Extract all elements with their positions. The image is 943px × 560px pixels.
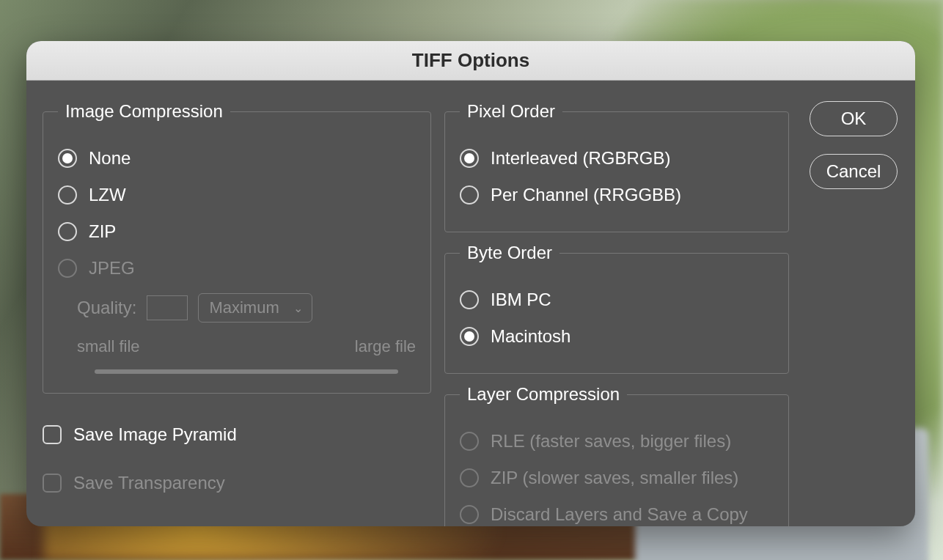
- quality-label: Quality:: [77, 298, 136, 318]
- byte-order-ibm-option[interactable]: IBM PC: [460, 284, 774, 316]
- layer-compression-zip-option: ZIP (slower saves, smaller files): [460, 462, 774, 494]
- radio-icon: [58, 222, 77, 241]
- radio-icon: [58, 185, 77, 205]
- radio-icon: [460, 185, 479, 205]
- cancel-button[interactable]: Cancel: [810, 154, 898, 189]
- jpeg-quality-group: Quality: Maximum ⌄ small file large file: [77, 293, 416, 374]
- byte-order-mac-option[interactable]: Macintosh: [460, 320, 774, 353]
- label: Save Transparency: [73, 473, 225, 493]
- radio-icon: [460, 149, 479, 168]
- radio-icon: [460, 432, 479, 451]
- radio-icon: [460, 468, 479, 487]
- radio-icon: [58, 149, 77, 168]
- compression-zip-option[interactable]: ZIP: [58, 215, 416, 248]
- label: RLE (faster saves, bigger files): [491, 431, 731, 452]
- save-transparency-checkbox: Save Transparency: [43, 467, 431, 499]
- ok-button[interactable]: OK: [810, 101, 898, 136]
- quality-input: [147, 295, 188, 320]
- layer-compression-legend: Layer Compression: [460, 384, 627, 405]
- checkbox-icon: [43, 474, 62, 493]
- pixel-order-interleaved-option[interactable]: Interleaved (RGBRGB): [460, 142, 774, 174]
- quality-preset-select: Maximum ⌄: [198, 293, 312, 323]
- layer-compression-rle-option: RLE (faster saves, bigger files): [460, 425, 774, 457]
- label: IBM PC: [491, 290, 551, 310]
- pixel-order-legend: Pixel Order: [460, 101, 562, 122]
- chevron-down-icon: ⌄: [293, 301, 303, 315]
- quality-slider: [95, 369, 398, 374]
- layer-compression-discard-option: Discard Layers and Save a Copy: [460, 498, 774, 526]
- large-file-label: large file: [355, 337, 416, 356]
- checkbox-icon: [43, 425, 62, 444]
- label: Discard Layers and Save a Copy: [491, 504, 748, 525]
- save-image-pyramid-checkbox[interactable]: Save Image Pyramid: [43, 419, 431, 451]
- label: ZIP: [89, 221, 116, 242]
- compression-none-option[interactable]: None: [58, 142, 416, 174]
- radio-icon: [460, 290, 479, 309]
- radio-icon: [58, 259, 77, 278]
- pixel-order-group: Pixel Order Interleaved (RGBRGB) Per Cha…: [444, 101, 789, 232]
- image-compression-group: Image Compression None LZW ZIP JPEG: [43, 101, 431, 394]
- image-compression-legend: Image Compression: [58, 101, 230, 122]
- quality-preset-value: Maximum: [209, 298, 279, 317]
- label: Save Image Pyramid: [73, 424, 237, 445]
- small-file-label: small file: [77, 337, 140, 356]
- radio-icon: [460, 505, 479, 524]
- label: None: [89, 148, 131, 169]
- layer-compression-group: Layer Compression RLE (faster saves, big…: [444, 384, 789, 526]
- label: JPEG: [89, 258, 135, 279]
- label: Interleaved (RGBRGB): [491, 148, 670, 169]
- label: Per Channel (RRGGBB): [491, 185, 681, 205]
- label: Macintosh: [491, 326, 570, 347]
- dialog-content: Image Compression None LZW ZIP JPEG: [26, 81, 915, 526]
- byte-order-legend: Byte Order: [460, 243, 559, 263]
- byte-order-group: Byte Order IBM PC Macintosh: [444, 243, 789, 374]
- dialog-title: TIFF Options: [26, 41, 915, 81]
- tiff-options-dialog: TIFF Options Image Compression None LZW …: [26, 41, 915, 526]
- label: LZW: [89, 185, 126, 205]
- compression-lzw-option[interactable]: LZW: [58, 179, 416, 211]
- compression-jpeg-option: JPEG: [58, 252, 416, 284]
- pixel-order-perchannel-option[interactable]: Per Channel (RRGGBB): [460, 179, 774, 211]
- label: ZIP (slower saves, smaller files): [491, 468, 738, 488]
- radio-icon: [460, 327, 479, 346]
